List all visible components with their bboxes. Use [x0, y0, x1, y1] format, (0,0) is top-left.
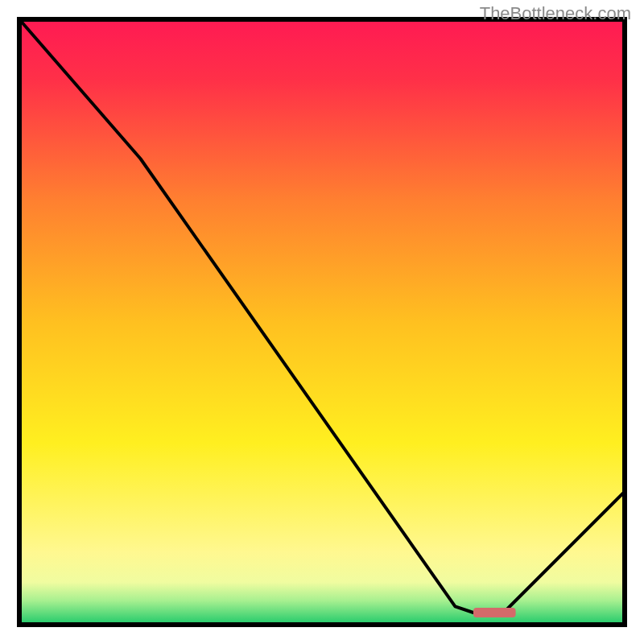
chart-svg — [17, 17, 627, 627]
optimal-range-marker — [473, 608, 516, 617]
chart-background — [19, 19, 625, 625]
watermark-text: TheBottleneck.com — [480, 3, 631, 24]
chart-container — [17, 17, 627, 627]
